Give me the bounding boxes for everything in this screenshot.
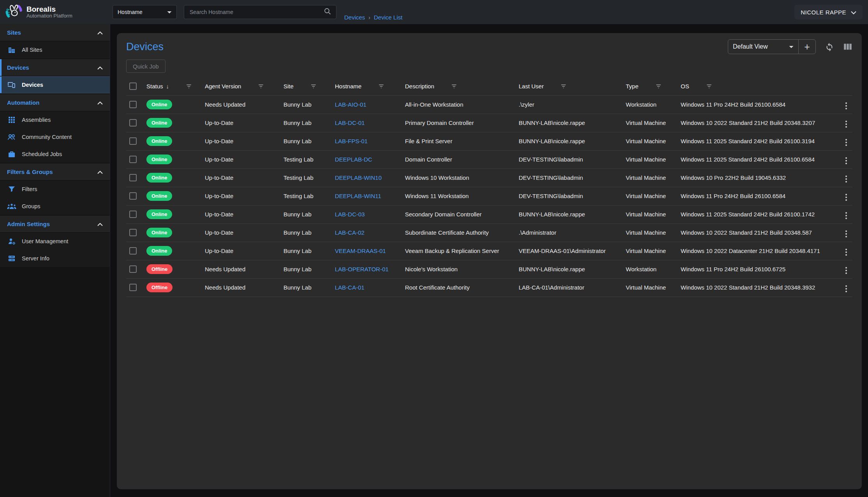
status-cell: Offline (143, 278, 202, 297)
hostname-cell: DEEPLAB-WIN11 (332, 187, 402, 205)
row-checkbox[interactable] (129, 284, 137, 291)
site-cell: Bunny Lab (280, 278, 332, 297)
type-cell: Virtual Machine (623, 242, 678, 260)
search-box[interactable] (184, 5, 336, 19)
page-title: Devices (126, 41, 164, 53)
hostname-link[interactable]: VEEAM-DRAAS-01 (335, 248, 386, 254)
device-row: OnlineUp-to-DateTesting LabDEEPLAB-DCDom… (126, 150, 852, 169)
sidebar-section-header-admin-settings[interactable]: Admin Settings (0, 216, 110, 233)
add-view-button[interactable]: + (798, 40, 815, 54)
view-selector-dropdown[interactable]: Default View (728, 40, 798, 54)
column-label[interactable]: Description (405, 83, 434, 90)
column-label[interactable]: Site (283, 83, 294, 90)
item-label: Assemblies (22, 117, 51, 123)
row-menu-button[interactable] (843, 156, 849, 166)
select-all-checkbox[interactable] (129, 83, 137, 90)
sidebar-item-filters[interactable]: Filters (0, 181, 110, 198)
filter-icon[interactable] (257, 84, 264, 89)
search-icon[interactable] (324, 7, 331, 17)
user-menu-button[interactable]: NICOLE RAPPE (794, 5, 863, 19)
hostname-link[interactable]: LAB-CA-01 (335, 284, 364, 291)
row-menu-button[interactable] (843, 101, 849, 111)
row-checkbox[interactable] (129, 247, 137, 255)
os-cell: Windows 10 2022 Datacenter 21H2 Build 20… (678, 242, 833, 260)
filter-icon[interactable] (310, 84, 317, 89)
row-checkbox[interactable] (129, 156, 137, 163)
hostname-link[interactable]: LAB-AIO-01 (335, 101, 366, 108)
last-user-cell: VEEAM-DRAAS-01\Administrator (516, 242, 623, 260)
breadcrumb-device-list[interactable]: Device List (374, 14, 402, 21)
quick-job-button[interactable]: Quick Job (126, 60, 166, 73)
row-menu-button[interactable] (843, 137, 849, 148)
sidebar-section: Admin SettingsUser ManagementServer Info (0, 216, 110, 267)
row-checkbox[interactable] (129, 101, 137, 108)
sidebar-item-scheduled-jobs[interactable]: Scheduled Jobs (0, 146, 110, 163)
column-label[interactable]: Status (146, 83, 163, 90)
description-cell: Windows 11 Workstation (402, 187, 516, 205)
column-label[interactable]: Agent Version (205, 83, 241, 90)
row-checkbox[interactable] (129, 265, 137, 273)
row-checkbox-cell (126, 95, 143, 114)
row-checkbox[interactable] (129, 119, 137, 126)
row-menu-button[interactable] (843, 192, 849, 202)
chevron-up-icon (97, 99, 103, 106)
sidebar-section-header-devices[interactable]: Devices (0, 59, 110, 76)
sidebar-item-assemblies[interactable]: Assemblies (0, 111, 110, 128)
row-menu-button[interactable] (843, 284, 849, 294)
buildings-icon (7, 46, 16, 54)
column-label[interactable]: Type (626, 83, 639, 90)
section-label: Automation (7, 99, 39, 106)
column-label[interactable]: OS (681, 83, 689, 90)
search-field-dropdown[interactable]: Hostname (113, 5, 177, 19)
row-actions-cell (833, 187, 852, 205)
hostname-link[interactable]: LAB-FPS-01 (335, 138, 368, 144)
columns-icon[interactable] (843, 42, 852, 51)
row-menu-button[interactable] (843, 229, 849, 239)
hostname-link[interactable]: DEEPLAB-DC (335, 156, 372, 163)
search-input[interactable] (189, 9, 317, 16)
sidebar-section-header-automation[interactable]: Automation (0, 94, 110, 111)
row-menu-button[interactable] (843, 211, 849, 221)
filter-icon[interactable] (451, 84, 458, 89)
column-label[interactable]: Last User (519, 83, 544, 90)
sidebar-item-server-info[interactable]: Server Info (0, 250, 110, 267)
sidebar-section-header-sites[interactable]: Sites (0, 24, 110, 41)
row-checkbox[interactable] (129, 137, 137, 145)
hostname-cell: VEEAM-DRAAS-01 (332, 242, 402, 260)
hostname-link[interactable]: LAB-DC-03 (335, 211, 365, 218)
row-menu-button[interactable] (843, 247, 849, 257)
row-checkbox[interactable] (129, 192, 137, 200)
chevron-down-icon (851, 9, 856, 16)
hostname-link[interactable]: DEEPLAB-WIN11 (335, 193, 381, 199)
row-menu-button[interactable] (843, 174, 849, 184)
filter-icon[interactable] (655, 84, 662, 89)
hostname-link[interactable]: LAB-DC-01 (335, 119, 365, 126)
sidebar-item-user-management[interactable]: User Management (0, 233, 110, 250)
breadcrumb-devices[interactable]: Devices (344, 14, 365, 21)
hostname-link[interactable]: LAB-OPERATOR-01 (335, 266, 389, 272)
row-menu-button[interactable] (843, 119, 849, 129)
refresh-icon[interactable] (824, 42, 835, 52)
row-checkbox[interactable] (129, 229, 137, 236)
filter-icon[interactable] (185, 84, 192, 89)
column-label[interactable]: Hostname (335, 83, 361, 90)
sidebar-item-devices[interactable]: Devices (0, 76, 110, 93)
sidebar-item-all-sites[interactable]: All Sites (0, 41, 110, 58)
site-cell: Testing Lab (280, 150, 332, 169)
item-label: All Sites (22, 47, 42, 53)
row-menu-button[interactable] (843, 265, 849, 276)
hostname-link[interactable]: LAB-CA-02 (335, 229, 364, 236)
sidebar-section-header-filters-groups[interactable]: Filters & Groups (0, 163, 110, 181)
filter-icon[interactable] (560, 84, 567, 89)
hostname-link[interactable]: DEEPLAB-WIN10 (335, 174, 382, 181)
filter-icon[interactable] (706, 84, 713, 89)
row-checkbox[interactable] (129, 211, 137, 218)
hostname-cell: LAB-DC-03 (332, 205, 402, 223)
sidebar-item-groups[interactable]: Groups (0, 198, 110, 215)
hostname-cell: LAB-FPS-01 (332, 132, 402, 150)
filter-icon[interactable] (378, 84, 385, 89)
sort-desc-icon: ↓ (166, 83, 169, 90)
row-checkbox[interactable] (129, 174, 137, 181)
sidebar-item-community-content[interactable]: Community Content (0, 128, 110, 146)
status-badge: Online (146, 173, 172, 183)
